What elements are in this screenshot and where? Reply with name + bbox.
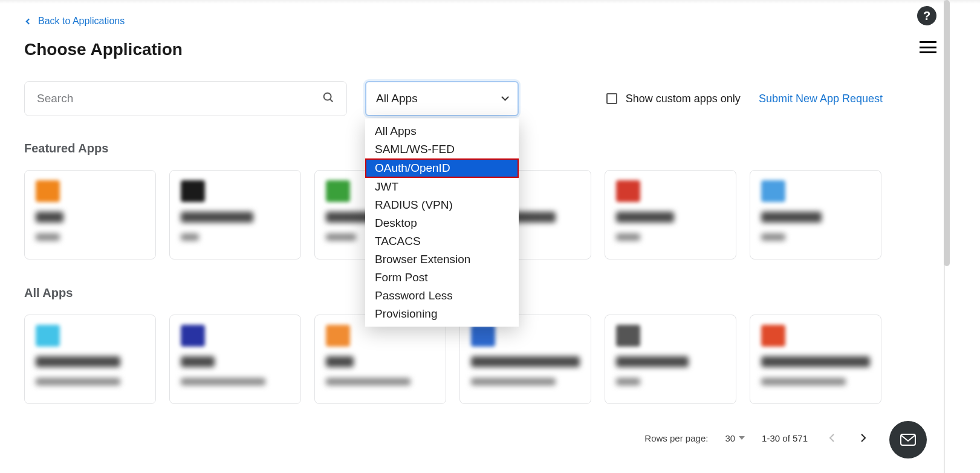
filter-dropdown: All AppsSAML/WS-FEDOAuth/OpenIDJWTRADIUS… (365, 119, 519, 327)
pagination-bar: Rows per page: 30 1-30 of 571 (24, 431, 883, 445)
app-name (616, 212, 674, 223)
search-icon[interactable] (322, 91, 335, 106)
filter-option[interactable]: All Apps (365, 122, 519, 140)
question-mark-icon: ? (923, 9, 930, 23)
filter-option[interactable]: Desktop (365, 214, 519, 232)
controls-row: All Apps All AppsSAML/WS-FEDOAuth/OpenID… (24, 81, 883, 116)
app-name (181, 212, 253, 223)
app-icon (761, 180, 785, 202)
app-type (471, 378, 556, 385)
app-card[interactable] (750, 315, 881, 404)
filter-option[interactable]: TACACS (365, 232, 519, 250)
menu-button[interactable] (920, 41, 936, 53)
app-type (616, 378, 640, 385)
page-range: 1-30 of 571 (762, 433, 808, 443)
chat-button[interactable] (889, 421, 927, 458)
all-apps-row (24, 315, 883, 404)
search-input[interactable] (24, 81, 347, 116)
app-card[interactable] (169, 315, 301, 404)
rows-per-page-value: 30 (725, 433, 735, 443)
app-icon (36, 325, 60, 347)
next-page-button[interactable] (856, 431, 871, 445)
filter-option[interactable]: OAuth/OpenID (365, 158, 519, 178)
app-card[interactable] (605, 170, 736, 259)
app-icon (181, 325, 205, 347)
svg-line-1 (330, 99, 333, 102)
app-icon (761, 325, 785, 347)
scrollbar-thumb[interactable] (944, 0, 950, 266)
filter-option[interactable]: Password Less (365, 287, 519, 305)
app-name (181, 356, 215, 367)
app-name (761, 356, 870, 367)
app-icon (616, 180, 640, 202)
app-name (36, 356, 120, 367)
app-type (761, 233, 785, 241)
app-card[interactable] (750, 170, 881, 259)
hamburger-line (920, 47, 936, 48)
show-custom-apps-label: Show custom apps only (626, 93, 741, 105)
hamburger-line (920, 41, 936, 43)
svg-point-0 (324, 93, 331, 100)
app-name (471, 356, 580, 367)
chevron-left-icon (26, 18, 32, 24)
app-card[interactable] (605, 315, 736, 404)
app-type-filter: All Apps All AppsSAML/WS-FEDOAuth/OpenID… (365, 81, 519, 116)
app-name (616, 356, 689, 367)
app-card[interactable] (314, 315, 446, 404)
app-icon (181, 180, 205, 202)
app-type (616, 233, 640, 241)
filter-option[interactable]: Form Post (365, 269, 519, 287)
app-name (761, 212, 822, 223)
app-icon (36, 180, 60, 202)
app-card[interactable] (459, 315, 591, 404)
mail-icon (900, 434, 916, 446)
app-type (326, 233, 356, 241)
app-type (761, 378, 846, 385)
top-shadow (0, 0, 980, 4)
page-title: Choose Application (24, 40, 883, 59)
back-link-text: Back to Applications (38, 16, 125, 27)
app-type (181, 378, 265, 385)
app-type (326, 378, 410, 385)
filter-option[interactable]: Provisioning (365, 305, 519, 323)
submit-new-app-request-link[interactable]: Submit New App Request (759, 93, 883, 105)
filter-option[interactable]: RADIUS (VPN) (365, 196, 519, 214)
rows-per-page-label: Rows per page: (644, 433, 708, 443)
hamburger-line (920, 51, 936, 53)
search-field-wrap (24, 81, 347, 116)
filter-option[interactable]: Browser Extension (365, 250, 519, 269)
app-icon (471, 325, 495, 347)
help-button[interactable]: ? (917, 6, 936, 25)
app-type (36, 233, 60, 241)
filter-option[interactable]: SAML/WS-FED (365, 140, 519, 158)
app-icon (326, 180, 350, 202)
filter-option[interactable]: JWT (365, 178, 519, 196)
triangle-down-icon (739, 436, 745, 440)
app-type (181, 233, 199, 241)
app-type (36, 378, 120, 385)
chevron-down-icon (501, 93, 509, 101)
app-card[interactable] (169, 170, 301, 259)
app-name (36, 212, 63, 223)
app-card[interactable] (24, 315, 156, 404)
checkbox-box-icon (606, 93, 617, 104)
app-icon (326, 325, 350, 347)
prev-page-button[interactable] (825, 431, 839, 445)
app-card[interactable] (24, 170, 156, 259)
app-icon (616, 325, 640, 347)
filter-select[interactable]: All Apps (365, 81, 519, 116)
back-to-applications-link[interactable]: Back to Applications (24, 16, 125, 27)
filter-selected-label: All Apps (376, 92, 418, 105)
app-name (326, 356, 354, 367)
show-custom-apps-checkbox[interactable]: Show custom apps only (606, 93, 741, 105)
svg-rect-2 (901, 434, 915, 445)
rows-per-page-select[interactable]: 30 (725, 433, 745, 443)
